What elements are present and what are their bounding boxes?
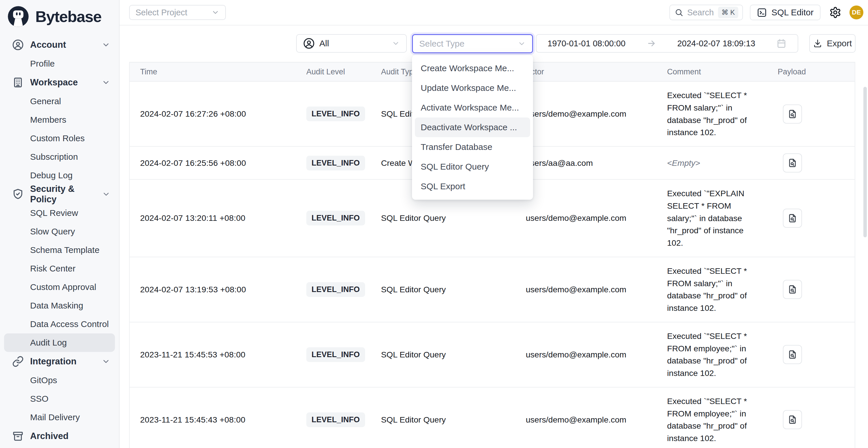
cell-time: 2024-02-07 13:19:53 +08:00 xyxy=(130,285,301,294)
sidebar-item-sso[interactable]: SSO xyxy=(4,389,115,408)
cell-actor: users/demo@example.com xyxy=(518,415,660,424)
cell-time: 2024-02-07 16:27:26 +08:00 xyxy=(130,109,301,119)
vertical-scrollbar[interactable] xyxy=(863,87,867,237)
column-header-time: Time xyxy=(130,67,301,76)
file-search-icon xyxy=(787,285,797,294)
sidebar-item-slow-query[interactable]: Slow Query xyxy=(4,222,115,241)
file-search-icon xyxy=(787,109,797,119)
building-icon xyxy=(12,77,24,88)
sidebar-item-data-access-control[interactable]: Data Access Control xyxy=(4,315,115,333)
chevron-down-icon xyxy=(518,40,526,48)
cell-comment: <Empty> xyxy=(660,149,768,177)
column-header-actor: Actor xyxy=(518,67,660,76)
view-payload-button[interactable] xyxy=(783,280,802,299)
cell-time: 2024-02-07 13:20:11 +08:00 xyxy=(130,213,301,223)
cell-audit-type: SQL Editor Query xyxy=(373,415,518,424)
export-button[interactable]: Export xyxy=(809,34,856,53)
chevron-down-icon xyxy=(102,78,110,87)
audit-level-badge: LEVEL_INFO xyxy=(306,282,365,297)
actor-filter-select[interactable]: All xyxy=(296,34,407,53)
project-select[interactable]: Select Project xyxy=(129,5,226,20)
cell-time: 2024-02-07 16:25:56 +08:00 xyxy=(130,158,301,168)
menu-item-sql-export[interactable]: SQL Export xyxy=(415,177,530,196)
sidebar-group-label: Account xyxy=(30,40,66,50)
date-range-picker[interactable]: 1970-01-01 08:00:00 2024-02-07 18:09:13 xyxy=(536,34,798,53)
view-payload-button[interactable] xyxy=(783,345,802,364)
bytebase-logo[interactable]: Bytebase xyxy=(0,0,119,32)
sidebar-group-label: Archived xyxy=(30,431,69,441)
column-header-comment: Comment xyxy=(660,67,771,76)
file-search-icon xyxy=(787,415,797,424)
settings-gear-icon[interactable] xyxy=(829,6,842,19)
link-icon xyxy=(12,356,24,367)
type-filter-select[interactable]: Select Type xyxy=(412,34,533,53)
sidebar-item-debug-log[interactable]: Debug Log xyxy=(4,166,115,185)
menu-item-transfer-database[interactable]: Transfer Database xyxy=(415,137,530,157)
sidebar-item-data-masking[interactable]: Data Masking xyxy=(4,296,115,315)
sidebar-item-sql-review[interactable]: SQL Review xyxy=(4,204,115,222)
sidebar: Bytebase Account Profile Workspace Gener… xyxy=(0,0,120,448)
sidebar-item-custom-roles[interactable]: Custom Roles xyxy=(4,129,115,148)
chevron-down-icon xyxy=(102,357,110,366)
chevron-down-icon xyxy=(102,40,110,49)
type-filter-dropdown: Create Workspace Me... Update Workspace … xyxy=(412,55,533,200)
terminal-icon xyxy=(757,7,767,18)
menu-item-update-workspace-member[interactable]: Update Workspace Me... xyxy=(415,78,530,98)
sidebar-item-custom-approval[interactable]: Custom Approval xyxy=(4,278,115,296)
audit-log-page: Bytebase Account Profile Workspace Gener… xyxy=(0,0,868,448)
sidebar-item-gitops[interactable]: GitOps xyxy=(4,371,115,389)
search-input[interactable]: Search ⌘ K xyxy=(670,5,743,20)
cell-comment: Executed `"EXPLAIN SELECT * FROM salary;… xyxy=(660,180,768,257)
user-circle-icon xyxy=(12,39,24,51)
table-row: 2024-02-07 13:19:53 +08:00 LEVEL_INFO SQ… xyxy=(130,257,855,322)
menu-item-sql-editor-query[interactable]: SQL Editor Query xyxy=(415,157,530,177)
sidebar-group-account[interactable]: Account xyxy=(0,35,119,55)
audit-level-badge: LEVEL_INFO xyxy=(306,412,365,427)
cell-audit-type: SQL Editor Query xyxy=(373,285,518,294)
sql-editor-button[interactable]: SQL Editor xyxy=(750,5,820,20)
sidebar-group-label: Security & Policy xyxy=(30,184,102,204)
menu-item-deactivate-workspace-member[interactable]: Deactivate Workspace ... xyxy=(415,118,530,137)
sidebar-item-mail-delivery[interactable]: Mail Delivery xyxy=(4,408,115,426)
topbar: Select Project Search ⌘ K SQL Editor DE xyxy=(120,0,868,26)
view-payload-button[interactable] xyxy=(783,209,802,228)
menu-item-create-workspace-member[interactable]: Create Workspace Me... xyxy=(415,59,530,78)
download-icon xyxy=(813,39,822,48)
sidebar-item-general[interactable]: General xyxy=(4,92,115,110)
audit-level-badge: LEVEL_INFO xyxy=(306,347,365,362)
sidebar-group-integration[interactable]: Integration xyxy=(0,352,119,371)
sidebar-item-subscription[interactable]: Subscription xyxy=(4,148,115,166)
search-placeholder: Search xyxy=(687,8,714,18)
view-payload-button[interactable] xyxy=(783,153,802,172)
cell-actor: users/demo@example.com xyxy=(518,285,660,294)
sidebar-item-profile[interactable]: Profile xyxy=(4,55,115,73)
chevron-down-icon xyxy=(102,190,110,198)
sidebar-item-archived[interactable]: Archived xyxy=(0,426,119,446)
cell-actor: users/aa@aa.com xyxy=(518,158,660,168)
file-search-icon xyxy=(787,158,797,168)
sidebar-group-security-policy[interactable]: Security & Policy xyxy=(0,185,119,204)
cell-actor: users/demo@example.com xyxy=(518,109,660,119)
sidebar-group-workspace[interactable]: Workspace xyxy=(0,73,119,92)
export-label: Export xyxy=(827,38,852,48)
chevron-down-icon xyxy=(211,8,219,17)
bytebase-logo-icon xyxy=(7,5,30,28)
cell-actor: users/demo@example.com xyxy=(518,350,660,359)
menu-item-activate-workspace-member[interactable]: Activate Workspace Me... xyxy=(415,98,530,118)
actor-filter-value: All xyxy=(319,38,329,48)
chevron-down-icon xyxy=(392,39,400,47)
archive-icon xyxy=(12,430,24,442)
sidebar-item-risk-center[interactable]: Risk Center xyxy=(4,259,115,278)
view-payload-button[interactable] xyxy=(783,410,802,429)
sidebar-item-schema-template[interactable]: Schema Template xyxy=(4,241,115,259)
sidebar-nav: Account Profile Workspace General Member… xyxy=(0,32,119,446)
audit-level-badge: LEVEL_INFO xyxy=(306,211,365,225)
arrow-right-icon xyxy=(647,38,656,48)
avatar[interactable]: DE xyxy=(849,5,863,20)
view-payload-button[interactable] xyxy=(783,104,802,124)
sidebar-item-audit-log[interactable]: Audit Log xyxy=(4,333,115,352)
cell-time: 2023-11-21 15:45:43 +08:00 xyxy=(130,415,301,424)
user-circle-icon xyxy=(303,38,315,49)
column-header-audit-level: Audit Level xyxy=(301,67,373,76)
sidebar-item-members[interactable]: Members xyxy=(4,110,115,129)
